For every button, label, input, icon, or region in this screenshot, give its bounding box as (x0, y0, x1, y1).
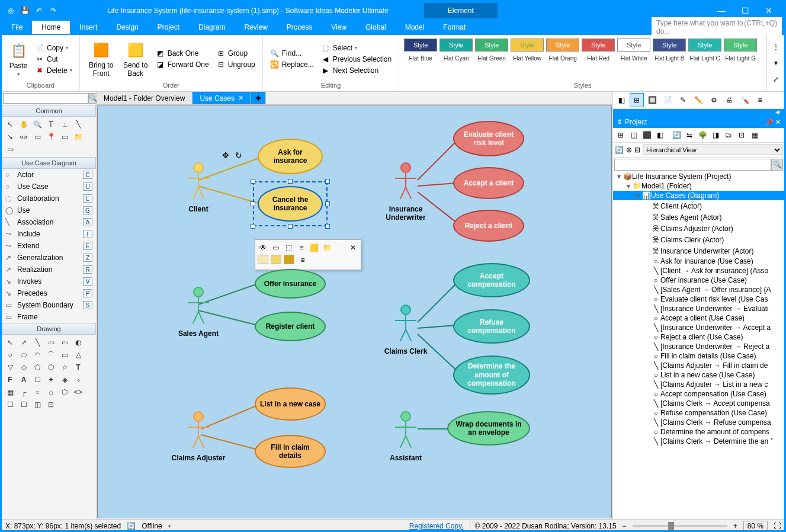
tool-extend[interactable]: ⤳ExtendE (2, 240, 96, 252)
project-search-input[interactable] (614, 159, 771, 171)
menu-file[interactable]: File (2, 21, 32, 34)
tree-row[interactable]: ╲[Claims Clerk → Accept compensa (613, 399, 784, 408)
tree-row[interactable]: ╲[Claims Adjuster → Fill in claim de (613, 361, 784, 370)
actor-sales-agent[interactable]: Sales Agent (169, 287, 228, 338)
menu-review[interactable]: Review (235, 21, 277, 34)
minimize-icon[interactable]: — (716, 6, 727, 15)
package-tool-icon[interactable]: 📁 (72, 132, 84, 142)
menu-search-input[interactable]: Type here what you want to do...(CTRL+Q) (652, 17, 782, 37)
usecase[interactable]: Refuse compensation (453, 309, 530, 344)
context-tab-element[interactable]: Element (424, 3, 498, 18)
replace-button[interactable]: 🔁Replace... (268, 59, 316, 70)
tool-actor[interactable]: ○ActorC (2, 169, 96, 181)
menu-process[interactable]: Process (277, 21, 322, 34)
usecase[interactable]: Offer insurance (255, 269, 326, 299)
style-chip[interactable]: Style (546, 39, 579, 52)
usecase[interactable]: Accept a client (453, 167, 524, 199)
note-tool-icon[interactable]: ▭ (31, 132, 43, 142)
send-to-back-button[interactable]: 🟨Send to Back (120, 39, 151, 80)
hand-tool-icon[interactable]: ✋ (18, 119, 30, 130)
actor-insurance-underwriter[interactable]: Insurance Underwriter (376, 162, 435, 222)
new-tab-button[interactable]: ✚ (251, 92, 266, 104)
back-one-button[interactable]: ◩Back One (153, 48, 211, 59)
tab-model1[interactable]: Model1 - Folder Overview (97, 92, 193, 104)
tree-row[interactable]: ○Accept compensation (Use Case) (613, 389, 784, 399)
toolbox-search-input[interactable] (3, 93, 88, 104)
tool-system-boundary[interactable]: ▭System BoundaryS (2, 299, 96, 311)
copy-button[interactable]: 📄Copy▾ (33, 43, 75, 53)
connector-tool-icon[interactable]: ↘ (4, 132, 16, 142)
tree-row[interactable]: ╲[Claims Adjuster → List in a new c (613, 380, 784, 389)
tool-collaboration[interactable]: ◌CollaborationL (2, 193, 96, 204)
style-chip[interactable]: Style (582, 39, 615, 52)
tool-frame[interactable]: ▭Frame (2, 311, 96, 323)
tree-row[interactable]: ○Refuse compensation (Use Case) (613, 408, 784, 418)
project-tree[interactable]: ▾📦Life Insurance System (Project)▾📁Model… (613, 172, 784, 519)
style-chip[interactable]: Style (617, 39, 650, 52)
menu-home[interactable]: Home (32, 21, 70, 34)
ungroup-button[interactable]: ⊟Ungroup (214, 59, 258, 70)
menu-view[interactable]: View (322, 21, 356, 34)
undo-icon[interactable]: ↶ (33, 4, 46, 17)
tool-precedes[interactable]: ↘PrecedesP (2, 287, 96, 299)
menu-diagram[interactable]: Diagram (189, 21, 235, 34)
tree-row[interactable]: ╲[Claims Clerk → Determine the an ˅ (613, 437, 784, 446)
tree-row[interactable]: ╲[Insurance Underwriter → Accept a (613, 323, 784, 332)
bring-to-front-button[interactable]: 🟧Bring to Front (85, 39, 118, 80)
refresh-icon[interactable]: 🔄 (615, 146, 624, 154)
menu-project[interactable]: Project (148, 21, 189, 34)
styles-dropdown-icon[interactable]: ▾ (774, 59, 778, 67)
format-tool-icon[interactable]: ⟂ (59, 119, 70, 130)
tree-row[interactable]: ╲[Claims Clerk → Refuse compensa (613, 418, 784, 427)
tree-row[interactable]: 옷Sales Agent (Actor) (613, 211, 784, 223)
style-chip[interactable]: Style (688, 39, 721, 52)
prev-selection-button[interactable]: ◀Previous Selection (319, 54, 394, 65)
tree-row[interactable]: ○List in a new case (Use Case) (613, 370, 784, 380)
tree-row[interactable]: ╲[Insurance Underwriter → Evaluati (613, 304, 784, 313)
usecase[interactable]: Register client (255, 312, 326, 341)
usecase[interactable]: Fill in claim details (255, 435, 326, 468)
close-tab-icon[interactable]: ✕ (238, 94, 243, 102)
style-chip[interactable]: Style (653, 39, 686, 52)
close-icon[interactable]: ✕ (348, 242, 358, 253)
tree-row[interactable]: ▾📊Use Cases (Diagram) (613, 191, 784, 200)
remove-icon[interactable]: ⊟ (634, 146, 640, 154)
delete-button[interactable]: ✖Delete▾ (33, 65, 75, 76)
tool-use-case[interactable]: ○Use CaseU (2, 181, 96, 193)
actor-assistant[interactable]: Assistant (376, 411, 435, 462)
style-chip[interactable]: Style (724, 39, 757, 52)
app-icon[interactable]: ◎ (4, 4, 17, 17)
pin-icon[interactable]: 📌 ✕ (765, 118, 781, 126)
actor-claims-adjuster[interactable]: Claims Adjuster (169, 411, 228, 462)
zoom-in-icon[interactable]: + (733, 522, 737, 530)
usecase[interactable]: Ask for insurance (258, 139, 323, 174)
style-chip[interactable]: Style (475, 39, 508, 52)
redo-icon[interactable]: ↷ (47, 4, 60, 17)
tree-row[interactable]: 옷Insurance Underwriter (Actor) (613, 245, 784, 257)
text-tool-icon[interactable]: T (45, 119, 57, 130)
tool-association[interactable]: ╲AssociationA (2, 216, 96, 228)
cut-button[interactable]: ✂Cut (33, 54, 75, 65)
add-icon[interactable]: ⊕ (626, 146, 632, 154)
close-icon[interactable]: ✕ (763, 6, 775, 15)
styles-more-icon[interactable]: ⋮ (772, 43, 779, 51)
tree-row[interactable]: ○Fill in claim details (Use Case) (613, 351, 784, 361)
save-icon[interactable]: 💾 (18, 4, 31, 17)
rp-icon[interactable]: ◧ (614, 93, 628, 107)
toolbox-common-header[interactable]: Common (2, 105, 96, 117)
fullscreen-icon[interactable]: ⛶ (774, 522, 781, 530)
diagram-canvas[interactable]: ClientInsurance UnderwriterSales AgentCl… (97, 105, 612, 518)
tree-row[interactable]: ○Ask for insurance (Use Case) (613, 257, 784, 266)
tree-row[interactable]: ╲[Client → Ask for insurance] (Asso (613, 266, 784, 275)
tool-include[interactable]: ⤳IncludeI (2, 228, 96, 240)
menu-model[interactable]: Model (396, 21, 434, 34)
paste-button[interactable]: 📋 Paste ▾ (7, 39, 30, 79)
usecase[interactable]: List in a new case (255, 387, 326, 421)
tree-row[interactable]: ╲[Insurance Underwriter → Reject a (613, 342, 784, 351)
pointer-tool-icon[interactable]: ↖ (4, 119, 16, 130)
rotate-handle-icon[interactable]: ↻ (235, 150, 242, 160)
styles-expand-icon[interactable]: ⤢ (773, 75, 779, 84)
actor-client[interactable]: Client (169, 162, 228, 213)
maximize-icon[interactable]: ☐ (739, 6, 751, 15)
box-tool-icon[interactable]: ▭ (59, 132, 70, 142)
